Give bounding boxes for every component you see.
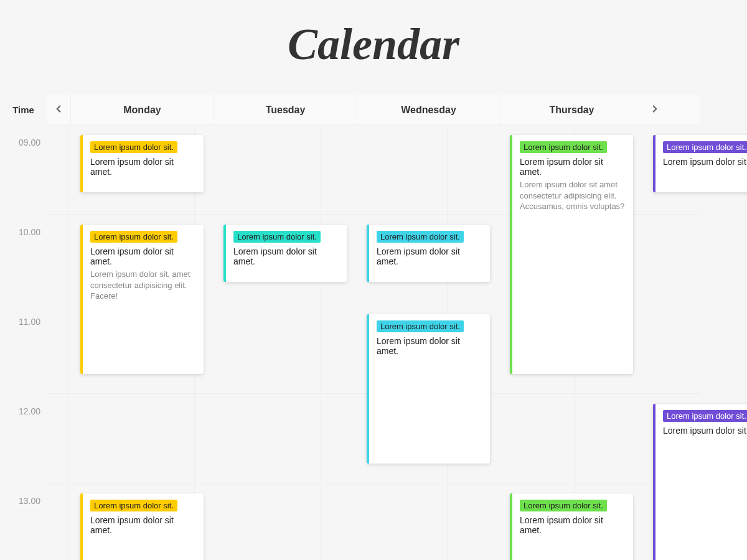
calendar-event[interactable]: Lorem ipsum dolor sit.Lorem ipsum dolor … [367, 225, 490, 282]
event-details: Lorem ipsum dolor sit, amet consectetur … [90, 269, 196, 302]
event-description: Lorem ipsum dolor sit amet. [663, 426, 747, 436]
event-description: Lorem ipsum dolor sit amet. [520, 515, 626, 535]
calendar-event[interactable]: Lorem ipsum dolor sit.Lorem ipsum dolor … [367, 314, 490, 464]
event-tag: Lorem ipsum dolor sit. [233, 231, 321, 243]
time-label: 11.00 [0, 317, 40, 327]
event-tag: Lorem ipsum dolor sit. [90, 141, 177, 153]
page-title: Calendar [0, 19, 747, 70]
event-description: Lorem ipsum dolor sit amet. [90, 157, 196, 177]
calendar-event[interactable]: Lorem ipsum dolor sit.Lorem ipsum dolor … [80, 225, 204, 374]
calendar-event[interactable]: Lorem ipsum dolor sit.Lorem ipsum dolor … [223, 225, 347, 282]
day-column-tuesday: Lorem ipsum dolor sit.Lorem ipsum dolor … [214, 125, 357, 560]
event-description: Lorem ipsum dolor sit amet. [377, 246, 482, 266]
event-description: Lorem ipsum dolor sit amet. [520, 157, 626, 177]
time-label: 13.00 [0, 496, 40, 506]
time-label: 12.00 [0, 406, 40, 416]
event-tag: Lorem ipsum dolor sit. [520, 141, 607, 153]
time-header: Time [0, 95, 47, 124]
chevron-right-icon [649, 103, 660, 117]
day-column-wednesday: Lorem ipsum dolor sit.Lorem ipsum dolor … [357, 125, 500, 560]
event-tag: Lorem ipsum dolor sit. [377, 320, 464, 332]
time-label: 09.00 [0, 138, 40, 147]
columns-overlay: Lorem ipsum dolor sit.Lorem ipsum dolor … [47, 125, 700, 560]
event-tag: Lorem ipsum dolor sit. [663, 410, 747, 422]
calendar-event[interactable]: Lorem ipsum dolor sit.Lorem ipsum dolor … [653, 404, 747, 560]
calendar-event[interactable]: Lorem ipsum dolor sit.Lorem ipsum dolor … [510, 135, 633, 374]
calendar: Time Monday Tuesday Wednesday Thursday 0… [47, 95, 700, 560]
calendar-event[interactable]: Lorem ipsum dolor sit.Lorem ipsum dolor … [510, 493, 633, 560]
calendar-body: 09.00 10.00 11.00 [47, 125, 700, 560]
day-header-wednesday: Wednesday [357, 95, 500, 124]
event-tag: Lorem ipsum dolor sit. [663, 141, 747, 153]
event-tag: Lorem ipsum dolor sit. [90, 231, 177, 243]
day-header-monday: Monday [70, 95, 214, 124]
day-column-monday: Lorem ipsum dolor sit.Lorem ipsum dolor … [70, 125, 214, 560]
event-tag: Lorem ipsum dolor sit. [377, 231, 464, 243]
event-description: Lorem ipsum dolor sit amet. [90, 246, 196, 266]
event-tag: Lorem ipsum dolor sit. [520, 500, 607, 511]
prev-button[interactable] [47, 95, 70, 124]
day-column-thursday: Lorem ipsum dolor sit.Lorem ipsum dolor … [500, 125, 643, 560]
day-header-thursday: Thursday [500, 95, 643, 124]
calendar-header-row: Time Monday Tuesday Wednesday Thursday [47, 95, 700, 125]
next-button[interactable] [643, 95, 667, 124]
calendar-event[interactable]: Lorem ipsum dolor sit.Lorem ipsum dolor … [80, 493, 204, 560]
event-description: Lorem ipsum dolor sit amet. [377, 336, 482, 356]
event-description: Lorem ipsum dolor sit amet. [233, 246, 339, 266]
event-tag: Lorem ipsum dolor sit. [90, 500, 177, 511]
day-header-tuesday: Tuesday [214, 95, 357, 124]
event-details: Lorem ipsum dolor sit amet consectetur a… [520, 179, 626, 212]
calendar-event[interactable]: Lorem ipsum dolor sit.Lorem ipsum dolor … [653, 135, 747, 192]
event-description: Lorem ipsum dolor sit amet. [90, 515, 196, 535]
chevron-left-icon [53, 103, 64, 117]
day-column-friday-peek: Lorem ipsum dolor sit.Lorem ipsum dolor … [643, 125, 680, 560]
time-label: 10.00 [0, 227, 40, 237]
event-description: Lorem ipsum dolor sit amet. [663, 157, 747, 167]
calendar-event[interactable]: Lorem ipsum dolor sit.Lorem ipsum dolor … [80, 135, 204, 192]
